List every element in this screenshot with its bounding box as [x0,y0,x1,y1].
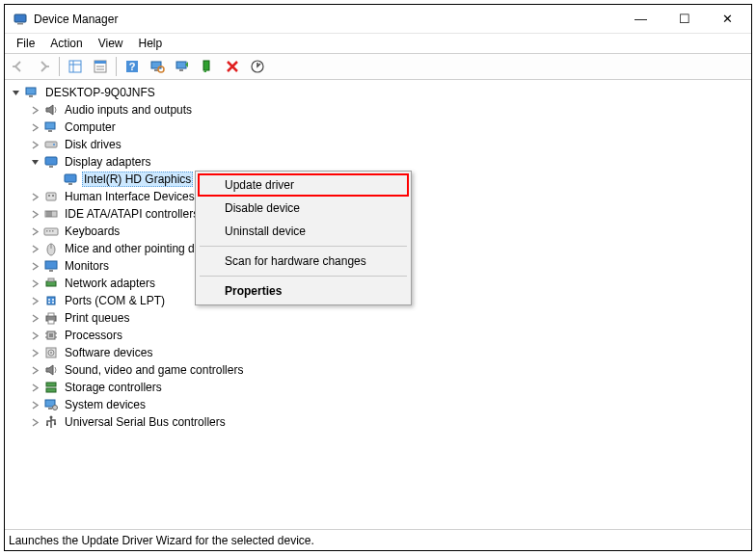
help-toolbar-button[interactable]: ? [121,55,144,78]
uninstall-toolbar-button[interactable] [221,55,244,78]
tree-category-16[interactable]: System devices [7,396,749,413]
node-label: Keyboards [63,225,122,238]
expand-toggle[interactable] [9,86,22,99]
svg-rect-21 [48,130,52,132]
tree-category-13[interactable]: Software devices [7,344,749,361]
node-label: Disk drives [63,138,123,151]
expand-toggle[interactable] [28,225,41,238]
node-label: Intel(R) HD Graphics [82,172,193,187]
node-label: Display adapters [63,155,152,169]
display-icon [63,172,78,187]
node-label: Storage controllers [63,381,164,394]
svg-rect-51 [48,313,54,316]
svg-rect-68 [46,424,48,426]
minimize-button[interactable]: — [619,6,662,33]
status-text: Launches the Update Driver Wizard for th… [9,534,314,547]
svg-rect-1 [17,23,23,25]
svg-rect-65 [48,408,52,410]
window-title: Device Manager [34,13,619,26]
expand-toggle[interactable] [28,381,41,394]
tree-category-15[interactable]: Storage controllers [7,379,749,396]
forward-button[interactable] [32,55,55,78]
expand-toggle[interactable] [28,398,41,411]
context-menu-item-2[interactable]: Uninstall device [198,220,409,243]
expand-toggle[interactable] [28,277,41,290]
expand-toggle[interactable] [28,120,41,134]
properties-toolbar-button[interactable] [89,55,112,78]
expand-toggle[interactable] [28,363,41,377]
tree-category-14[interactable]: Sound, video and game controllers [7,361,749,379]
expand-toggle[interactable] [28,346,41,359]
add-legacy-toolbar-button[interactable] [246,55,269,78]
close-button[interactable]: ✕ [706,6,749,33]
svg-rect-42 [49,270,53,272]
node-label: DESKTOP-9Q0JNFS [43,86,157,99]
svg-rect-25 [49,166,53,168]
expand-toggle[interactable] [28,103,41,117]
tree-category-1[interactable]: Computer [7,119,749,136]
tree-root[interactable]: DESKTOP-9Q0JNFS [7,84,749,101]
tree-category-0[interactable]: Audio inputs and outputs [7,101,749,119]
svg-rect-14 [176,62,186,68]
expand-toggle[interactable] [28,155,41,169]
tree-category-17[interactable]: Universal Serial Bus controllers [7,413,749,431]
expand-toggle[interactable] [28,242,41,255]
context-menu-item-4[interactable]: Scan for hardware changes [198,250,409,273]
enable-device-toolbar-button[interactable] [196,55,219,78]
expand-toggle[interactable] [47,172,61,186]
node-label: Audio inputs and outputs [63,103,194,117]
menu-action[interactable]: Action [42,35,90,52]
node-label: Print queues [63,311,131,325]
svg-rect-15 [179,69,183,71]
keyboard-icon [43,224,59,239]
expand-toggle[interactable] [28,259,41,273]
network-icon [43,276,59,291]
node-label: Sound, video and game controllers [63,363,245,377]
expand-toggle[interactable] [28,138,41,151]
system-icon [43,397,59,412]
svg-rect-2 [69,61,81,72]
svg-rect-63 [46,388,56,392]
toolbar-separator [59,57,60,76]
tree-category-3[interactable]: Display adapters [7,153,749,171]
context-menu-item-6[interactable]: Properties [198,279,409,303]
update-driver-toolbar-button[interactable] [171,55,194,78]
tree-category-11[interactable]: Print queues [7,309,749,327]
device-tree[interactable]: DESKTOP-9Q0JNFSAudio inputs and outputsC… [5,80,751,529]
context-menu-item-0[interactable]: Update driver [198,173,409,197]
expand-toggle[interactable] [28,190,41,203]
expand-toggle[interactable] [28,415,41,429]
svg-rect-0 [14,14,26,22]
svg-point-47 [52,299,54,301]
scan-hardware-toolbar-button[interactable] [146,55,169,78]
app-icon [13,12,28,27]
svg-rect-16 [203,61,209,70]
menu-file[interactable]: File [9,35,42,52]
ide-icon [43,206,59,222]
tree-category-2[interactable]: Disk drives [7,136,749,153]
expand-toggle[interactable] [28,329,41,342]
svg-point-48 [48,302,50,304]
printer-icon [43,310,59,326]
back-button[interactable] [7,55,30,78]
audio-icon [43,362,59,378]
menu-view[interactable]: View [91,35,131,52]
node-label: Universal Serial Bus controllers [63,415,228,429]
svg-rect-29 [48,195,50,197]
node-label: System devices [63,398,148,411]
status-bar: Launches the Update Driver Wizard for th… [5,529,751,550]
svg-rect-62 [46,383,56,386]
menu-help[interactable]: Help [131,35,171,52]
maximize-button[interactable]: ☐ [662,6,706,33]
expand-toggle[interactable] [28,207,41,221]
context-menu: Update driverDisable deviceUninstall dev… [195,171,412,305]
tree-category-12[interactable]: Processors [7,327,749,344]
expand-toggle[interactable] [28,294,41,307]
storage-icon [43,380,59,395]
svg-rect-26 [65,174,76,182]
show-hide-console-button[interactable] [64,55,87,78]
expand-toggle[interactable] [28,311,41,325]
context-menu-item-1[interactable]: Disable device [198,197,409,220]
svg-rect-18 [26,88,36,94]
svg-rect-44 [48,278,54,281]
